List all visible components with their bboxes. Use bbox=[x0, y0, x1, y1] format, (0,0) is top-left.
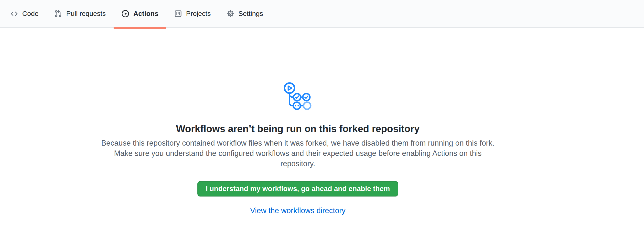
view-workflows-directory-link[interactable]: View the workflows directory bbox=[250, 206, 346, 215]
tab-actions[interactable]: Actions bbox=[114, 0, 166, 28]
tab-label: Actions bbox=[134, 10, 158, 17]
gear-icon bbox=[226, 10, 234, 18]
tab-label: Pull requests bbox=[66, 10, 106, 17]
git-pull-request-icon bbox=[54, 10, 62, 18]
code-icon bbox=[10, 10, 18, 18]
blankslate-description: Because this repository contained workfl… bbox=[100, 138, 496, 169]
tab-settings[interactable]: Settings bbox=[219, 0, 271, 28]
play-circle-icon bbox=[122, 10, 129, 18]
actions-blankslate: Workflows aren’t being run on this forke… bbox=[100, 28, 496, 215]
tab-label: Code bbox=[22, 10, 38, 17]
project-icon bbox=[174, 10, 182, 18]
tab-pull-requests[interactable]: Pull requests bbox=[46, 0, 114, 28]
tab-label: Projects bbox=[186, 10, 211, 17]
blankslate-heading: Workflows aren’t being run on this forke… bbox=[176, 123, 420, 135]
actions-workflow-graph-icon bbox=[283, 82, 312, 111]
tab-label: Settings bbox=[238, 10, 263, 17]
tab-projects[interactable]: Projects bbox=[166, 0, 219, 28]
repo-tab-bar: Code Pull requests Actions bbox=[0, 0, 644, 28]
enable-workflows-button[interactable]: I understand my workflows, go ahead and … bbox=[198, 181, 398, 196]
tab-code[interactable]: Code bbox=[2, 0, 46, 28]
